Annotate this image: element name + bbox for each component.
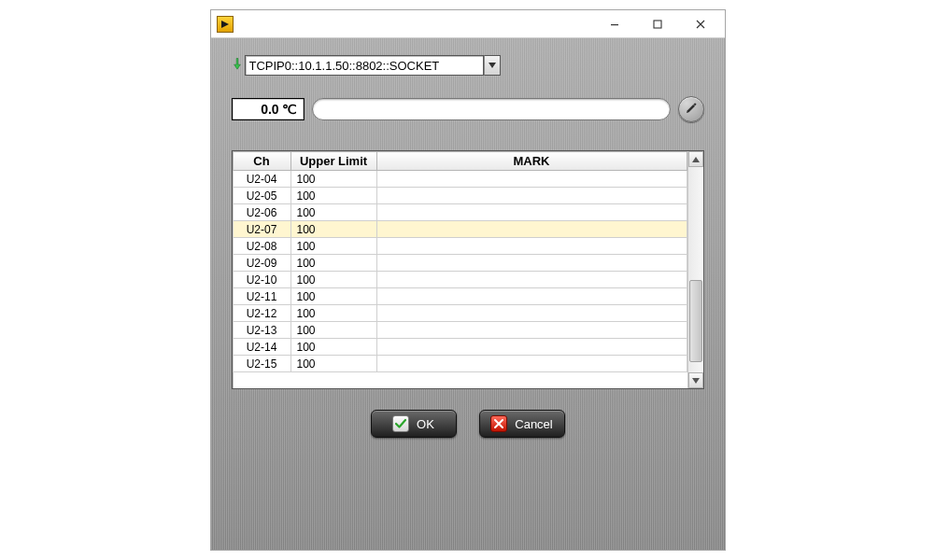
svg-rect-1 [611, 24, 618, 25]
cell-mark[interactable] [376, 238, 687, 255]
ok-button-label: OK [417, 417, 434, 431]
cell-mark[interactable] [376, 305, 687, 322]
maximize-button[interactable] [637, 12, 678, 36]
cell-mark[interactable] [376, 204, 687, 221]
titlebar [211, 10, 725, 38]
cell-mark[interactable] [376, 188, 687, 204]
cell-limit[interactable]: 100 [290, 221, 376, 238]
cell-mark[interactable] [376, 272, 687, 288]
cancel-button-label: Cancel [515, 417, 552, 431]
cell-ch[interactable]: U2-07 [233, 221, 290, 238]
cell-limit[interactable]: 100 [290, 288, 376, 305]
svg-marker-5 [692, 157, 700, 162]
minimize-button[interactable] [594, 12, 635, 36]
cell-mark[interactable] [376, 288, 687, 305]
cell-limit[interactable]: 100 [290, 356, 376, 372]
svg-marker-0 [221, 21, 229, 28]
table-row[interactable]: U2-13100 [233, 322, 687, 339]
scroll-up-button[interactable] [688, 151, 703, 167]
client-area: 0.0 ℃ Ch Upper Limit MARK [211, 38, 725, 550]
channel-table: Ch Upper Limit MARK U2-04100U2-05100U2-0… [232, 150, 704, 389]
header-mark[interactable]: MARK [376, 152, 687, 171]
action-row: OK Cancel [232, 410, 704, 438]
cell-mark[interactable] [376, 221, 687, 238]
temperature-display: 0.0 ℃ [232, 98, 305, 120]
dialog-window: 0.0 ℃ Ch Upper Limit MARK [210, 9, 726, 551]
cell-mark[interactable] [376, 322, 687, 339]
table-row[interactable]: U2-10100 [233, 272, 687, 288]
cell-limit[interactable]: 100 [290, 255, 376, 272]
svg-rect-2 [654, 21, 661, 28]
cell-ch[interactable]: U2-10 [233, 272, 290, 288]
table-row[interactable]: U2-04100 [233, 171, 687, 188]
header-ch[interactable]: Ch [233, 152, 290, 171]
resource-row [232, 55, 704, 76]
cell-limit[interactable]: 100 [290, 272, 376, 288]
table-row[interactable]: U2-14100 [233, 339, 687, 356]
cell-ch[interactable]: U2-12 [233, 305, 290, 322]
close-button[interactable] [680, 12, 721, 36]
cell-limit[interactable]: 100 [290, 171, 376, 188]
cell-limit[interactable]: 100 [290, 305, 376, 322]
cell-mark[interactable] [376, 171, 687, 188]
header-limit[interactable]: Upper Limit [290, 152, 376, 171]
scroll-thumb[interactable] [689, 280, 702, 362]
cell-mark[interactable] [376, 356, 687, 372]
mark-text-input[interactable] [312, 98, 671, 120]
app-icon [217, 16, 234, 33]
table-row[interactable]: U2-15100 [233, 356, 687, 372]
cell-ch[interactable]: U2-14 [233, 339, 290, 356]
pencil-icon [685, 102, 698, 118]
x-icon [490, 415, 507, 432]
table-row[interactable]: U2-12100 [233, 305, 687, 322]
cell-ch[interactable]: U2-05 [233, 188, 290, 204]
temperature-row: 0.0 ℃ [232, 96, 704, 122]
scroll-track[interactable] [688, 167, 703, 372]
table-row[interactable]: U2-08100 [233, 238, 687, 255]
cell-ch[interactable]: U2-04 [233, 171, 290, 188]
table-row[interactable]: U2-06100 [233, 204, 687, 221]
table-row[interactable]: U2-11100 [233, 288, 687, 305]
ok-button[interactable]: OK [371, 410, 457, 438]
cell-limit[interactable]: 100 [290, 238, 376, 255]
cell-limit[interactable]: 100 [290, 322, 376, 339]
cell-ch[interactable]: U2-09 [233, 255, 290, 272]
visa-io-icon [232, 56, 243, 75]
channel-grid[interactable]: Ch Upper Limit MARK U2-04100U2-05100U2-0… [233, 151, 687, 372]
cancel-button[interactable]: Cancel [479, 410, 565, 438]
check-icon [392, 415, 409, 432]
cell-limit[interactable]: 100 [290, 339, 376, 356]
cell-ch[interactable]: U2-15 [233, 356, 290, 372]
table-row[interactable]: U2-07100 [233, 221, 687, 238]
cell-limit[interactable]: 100 [290, 204, 376, 221]
scroll-down-button[interactable] [688, 372, 703, 388]
cell-mark[interactable] [376, 255, 687, 272]
visa-resource-input[interactable] [245, 55, 484, 76]
svg-marker-3 [489, 63, 496, 68]
cell-ch[interactable]: U2-13 [233, 322, 290, 339]
cell-ch[interactable]: U2-06 [233, 204, 290, 221]
cell-ch[interactable]: U2-11 [233, 288, 290, 305]
edit-button[interactable] [678, 96, 704, 122]
window-controls [594, 12, 721, 36]
table-row[interactable]: U2-05100 [233, 188, 687, 204]
table-scrollbar[interactable] [687, 151, 703, 388]
table-row[interactable]: U2-09100 [233, 255, 687, 272]
cell-mark[interactable] [376, 339, 687, 356]
cell-limit[interactable]: 100 [290, 188, 376, 204]
visa-resource-dropdown[interactable] [484, 55, 501, 76]
svg-marker-6 [692, 378, 700, 384]
cell-ch[interactable]: U2-08 [233, 238, 290, 255]
